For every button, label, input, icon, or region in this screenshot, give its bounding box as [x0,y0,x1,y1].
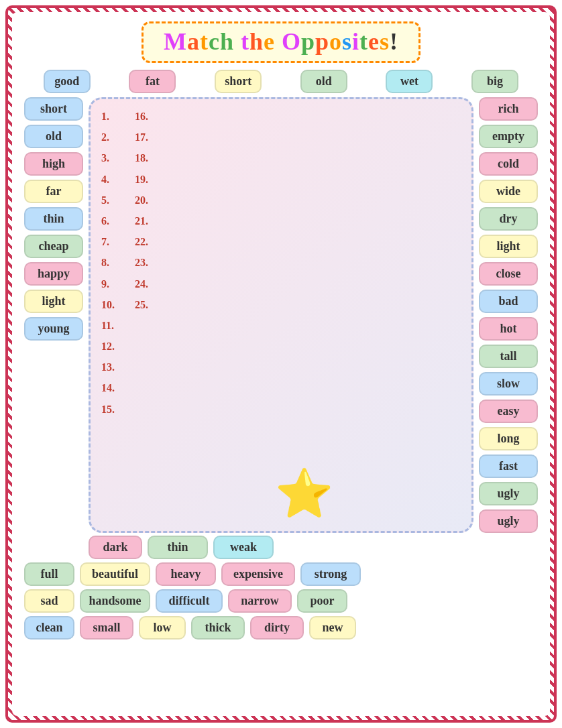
num-2: 2. [101,128,115,146]
word-clean[interactable]: clean [24,616,74,640]
word-ugly-1[interactable]: ugly [479,482,538,505]
word-good[interactable]: good [44,70,91,93]
word-easy[interactable]: easy [479,400,538,423]
num-24: 24. [135,275,148,293]
word-happy[interactable]: happy [24,262,83,286]
numbers-right: 16. 17. 18. 19. 20. 21. 22. 23. 24. 25. [135,107,148,523]
main-area: short old high far thin cheap happy ligh… [12,97,550,533]
word-far[interactable]: far [24,180,83,203]
num-21: 21. [135,212,148,230]
title-box: Match the Opposites! [142,21,420,63]
right-word-column: rich empty cold wide dry light close bad… [479,97,538,533]
word-dry[interactable]: dry [479,207,538,231]
word-fast[interactable]: fast [479,454,538,478]
num-23: 23. [135,253,148,271]
word-thin-left[interactable]: thin [24,207,83,231]
word-expensive[interactable]: expensive [221,562,295,586]
star-decoration: ⭐ [275,471,333,518]
word-low[interactable]: low [139,616,186,640]
word-heavy[interactable]: heavy [156,562,216,586]
word-big[interactable]: big [471,70,518,93]
word-empty[interactable]: empty [479,125,538,148]
bottom-section: dark thin weak full beautiful heavy expe… [12,533,550,640]
left-word-column: short old high far thin cheap happy ligh… [24,97,83,533]
bottom-row-3: sad handsome difficult narrow poor [24,589,538,613]
num-25: 25. [135,296,148,314]
num-11: 11. [101,316,115,335]
num-7: 7. [101,233,115,251]
word-handsome[interactable]: handsome [80,589,150,613]
title-area: Match the Opposites! [12,12,550,70]
page-title: Match the Opposites! [164,28,398,55]
numbers-left: 1. 2. 3. 4. 5. 6. 7. 8. 9. 10. 11. 12. 1… [101,107,115,523]
word-rich[interactable]: rich [479,97,538,121]
word-dirty[interactable]: dirty [250,616,304,640]
word-difficult[interactable]: difficult [156,589,223,613]
word-short-left[interactable]: short [24,97,83,121]
num-12: 12. [101,337,115,355]
word-light-left[interactable]: light [24,290,83,313]
word-wet[interactable]: wet [386,70,433,93]
word-hot[interactable]: hot [479,317,538,341]
bottom-row-4: clean small low thick dirty new [24,616,538,640]
bottom-row-2: full beautiful heavy expensive strong [24,562,538,586]
word-thick[interactable]: thick [191,616,245,640]
word-wide[interactable]: wide [479,180,538,203]
word-beautiful[interactable]: beautiful [80,562,150,586]
word-high[interactable]: high [24,152,83,176]
word-narrow[interactable]: narrow [228,589,292,613]
answer-box: 1. 2. 3. 4. 5. 6. 7. 8. 9. 10. 11. 12. 1… [89,97,473,533]
word-close[interactable]: close [479,262,538,286]
word-tall[interactable]: tall [479,345,538,368]
word-light-right[interactable]: light [479,235,538,258]
num-14: 14. [101,379,115,397]
word-cold[interactable]: cold [479,152,538,176]
word-small[interactable]: small [80,616,133,640]
num-10: 10. [101,296,115,314]
num-5: 5. [101,191,115,209]
word-bad[interactable]: bad [479,290,538,313]
word-young[interactable]: young [24,317,83,341]
num-4: 4. [101,170,115,188]
inner-bg: Match the Opposites! good fat short old … [12,12,550,716]
word-new[interactable]: new [309,616,356,640]
word-old[interactable]: old [300,70,347,93]
num-16: 16. [135,107,148,125]
word-strong[interactable]: strong [300,562,361,586]
num-20: 20. [135,191,148,209]
outer-border: Match the Opposites! good fat short old … [5,5,557,723]
word-cheap[interactable]: cheap [24,235,83,258]
word-poor[interactable]: poor [297,589,347,613]
num-9: 9. [101,275,115,293]
num-1: 1. [101,107,115,125]
num-15: 15. [101,400,115,418]
num-17: 17. [135,128,148,146]
word-ugly-2[interactable]: ugly [479,509,538,533]
word-weak[interactable]: weak [213,536,274,559]
num-19: 19. [135,170,148,188]
num-22: 22. [135,233,148,251]
num-8: 8. [101,253,115,271]
word-old-left[interactable]: old [24,125,83,148]
word-long[interactable]: long [479,427,538,450]
bottom-row-1: dark thin weak [24,536,538,559]
top-word-row: good fat short old wet big [12,70,550,93]
word-slow[interactable]: slow [479,372,538,396]
num-3: 3. [101,149,115,167]
num-13: 13. [101,358,115,376]
word-full[interactable]: full [24,562,74,586]
word-sad[interactable]: sad [24,589,74,613]
word-fat[interactable]: fat [129,70,176,93]
num-6: 6. [101,212,115,230]
word-thin-bottom[interactable]: thin [148,536,208,559]
num-18: 18. [135,149,148,167]
word-short[interactable]: short [215,70,262,93]
word-dark[interactable]: dark [89,536,142,559]
